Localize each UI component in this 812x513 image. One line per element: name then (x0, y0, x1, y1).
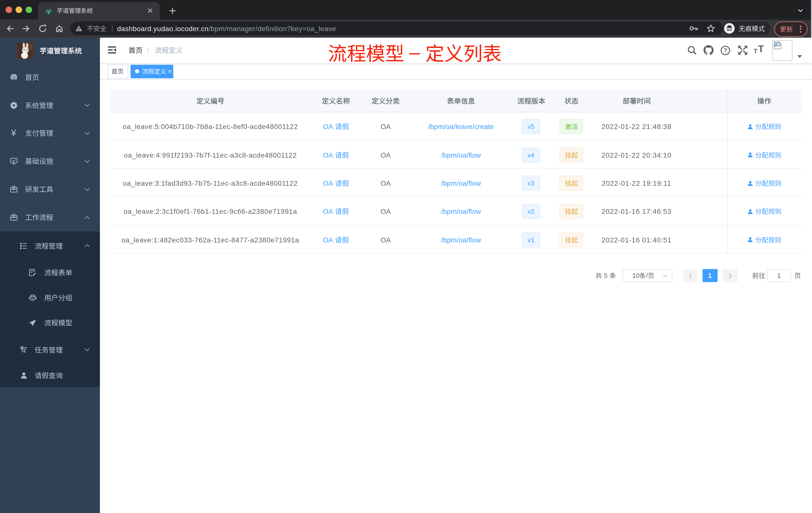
svg-text:?: ? (724, 47, 727, 54)
